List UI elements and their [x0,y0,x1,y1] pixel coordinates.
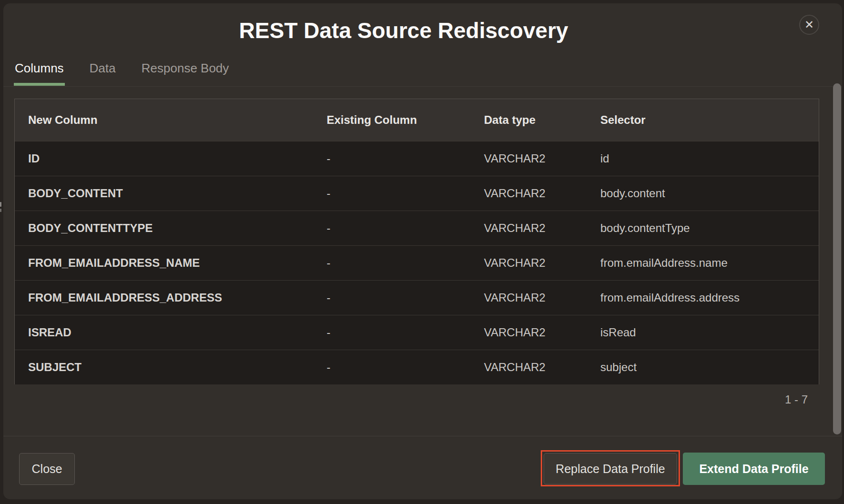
tab-data[interactable]: Data [90,50,116,86]
cell-selector: body.contentType [600,222,690,235]
cell-existing-column: - [327,187,330,200]
tab-bar: Columns Data Response Body [3,50,842,87]
cell-new-column: BODY_CONTENT [28,187,123,200]
header-existing-column: Existing Column [327,113,417,127]
cell-existing-column: - [327,361,330,374]
header-new-column: New Column [28,113,97,127]
table-row: FROM_EMAILADDRESS_ADDRESS - VARCHAR2 fro… [15,280,819,315]
close-button[interactable]: Close [19,453,75,485]
cell-selector: from.emailAddress.address [600,291,740,304]
cell-data-type: VARCHAR2 [484,256,546,270]
cell-new-column: FROM_EMAILADDRESS_NAME [28,256,200,270]
cell-data-type: VARCHAR2 [484,361,546,374]
background-page-fragment [0,202,1,207]
table-row: FROM_EMAILADDRESS_NAME - VARCHAR2 from.e… [15,245,819,280]
footer-divider [3,436,842,436]
cell-selector: subject [600,361,637,374]
tab-response-body[interactable]: Response Body [142,50,229,86]
vertical-scrollbar-thumb[interactable] [833,83,841,434]
cell-existing-column: - [327,222,330,235]
cell-selector: body.content [600,187,665,200]
tab-label: Response Body [142,61,229,76]
pagination-range: 1 - 7 [14,393,819,406]
table-header-row: New Column Existing Column Data type Sel… [15,99,819,141]
tab-columns[interactable]: Columns [15,50,64,86]
cell-new-column: ISREAD [28,326,72,339]
cell-selector: from.emailAddress.name [600,256,728,270]
extend-data-profile-button[interactable]: Extend Data Profile [683,453,825,485]
close-icon: ✕ [804,18,814,31]
cell-existing-column: - [327,152,330,165]
table-row: ID - VARCHAR2 id [15,141,819,176]
cell-data-type: VARCHAR2 [484,291,546,304]
cell-data-type: VARCHAR2 [484,326,546,339]
cell-new-column: BODY_CONTENTTYPE [28,222,153,235]
header-selector: Selector [600,113,646,127]
cell-data-type: VARCHAR2 [484,187,546,200]
dialog-title: REST Data Source Rediscovery [3,18,804,43]
columns-table: New Column Existing Column Data type Sel… [14,99,819,384]
cell-new-column: FROM_EMAILADDRESS_ADDRESS [28,291,222,304]
header-data-type: Data type [484,113,535,127]
cell-new-column: ID [28,152,40,165]
tab-label: Data [90,61,116,76]
rediscovery-dialog: REST Data Source Rediscovery ✕ Columns D… [3,3,842,499]
cell-data-type: VARCHAR2 [484,222,546,235]
tab-label: Columns [15,61,64,76]
cell-existing-column: - [327,291,330,304]
replace-data-profile-button[interactable]: Replace Data Profile [544,453,677,484]
cell-selector: id [600,152,609,165]
active-tab-underline [14,83,65,86]
table-row: BODY_CONTENTTYPE - VARCHAR2 body.content… [15,211,819,245]
cell-data-type: VARCHAR2 [484,152,546,165]
table-row: ISREAD - VARCHAR2 isRead [15,315,819,350]
table-row: SUBJECT - VARCHAR2 subject [15,350,819,384]
table-body: ID - VARCHAR2 id BODY_CONTENT - VARCHAR2… [15,141,819,384]
cell-existing-column: - [327,326,330,339]
table-row: BODY_CONTENT - VARCHAR2 body.content [15,176,819,211]
cell-new-column: SUBJECT [28,361,82,374]
background-page-fragment [0,209,1,212]
cell-selector: isRead [600,326,636,339]
cell-existing-column: - [327,256,330,270]
close-dialog-button[interactable]: ✕ [799,15,819,35]
